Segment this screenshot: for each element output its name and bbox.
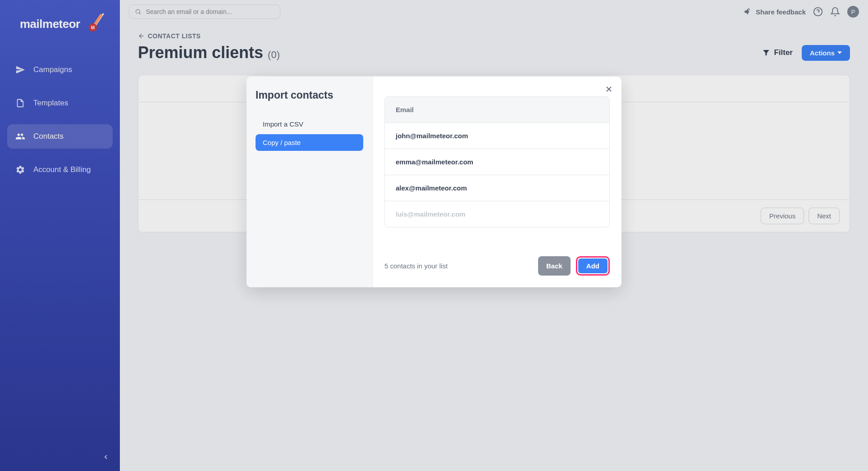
email-row: luis@mailmeteor.com (385, 201, 609, 227)
modal-close-button[interactable] (604, 85, 613, 95)
email-row: alex@mailmeteor.com (385, 175, 609, 201)
modal-footer: 5 contacts in your list Back Add (384, 243, 610, 276)
modal-title: Import contacts (256, 89, 363, 101)
back-button[interactable]: Back (538, 256, 571, 276)
email-table-header: Email (385, 97, 609, 122)
add-button[interactable]: Add (578, 258, 608, 273)
email-table: Email john@mailmeteor.com emma@mailmeteo… (384, 96, 610, 227)
email-row: john@mailmeteor.com (385, 122, 609, 149)
import-contacts-modal: Import contacts Import a CSV Copy / past… (247, 77, 621, 287)
contacts-count-text: 5 contacts in your list (384, 262, 448, 270)
modal-overlay: Import contacts Import a CSV Copy / past… (0, 0, 868, 471)
tab-copy-paste[interactable]: Copy / paste (256, 134, 363, 151)
tab-import-csv[interactable]: Import a CSV (256, 116, 363, 132)
add-button-highlight: Add (576, 256, 610, 276)
modal-content: Email john@mailmeteor.com emma@mailmeteo… (373, 77, 621, 287)
email-row: emma@mailmeteor.com (385, 149, 609, 175)
modal-sidebar: Import contacts Import a CSV Copy / past… (247, 77, 373, 287)
close-icon (604, 85, 613, 94)
